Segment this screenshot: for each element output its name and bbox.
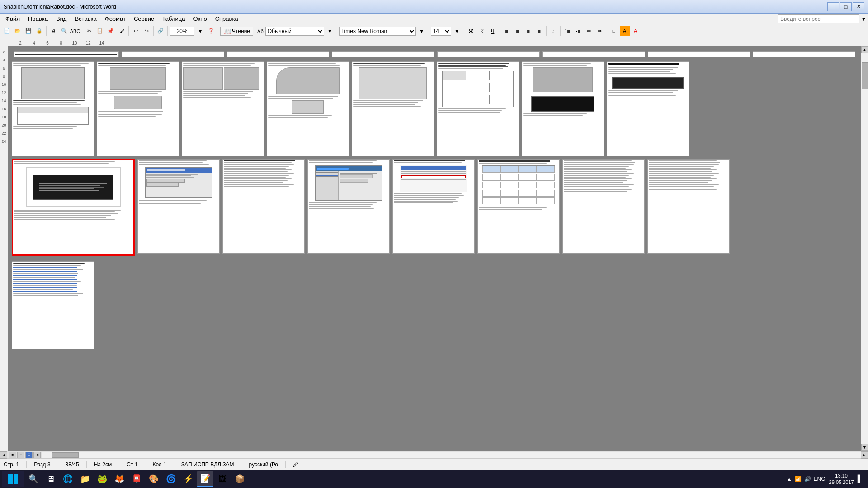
menu-file[interactable]: Файл — [2, 14, 24, 23]
ie-taskbar-button[interactable]: 🌐 — [60, 471, 76, 487]
explorer-taskbar-button[interactable]: 📁 — [77, 471, 93, 487]
font-dropdown[interactable]: ▼ — [417, 26, 427, 36]
menu-insert[interactable]: Вставка — [71, 14, 100, 23]
thumbnail-page-6[interactable] — [437, 61, 519, 156]
system-clock[interactable]: 13:10 29.05.2017 — [829, 473, 854, 486]
app2-taskbar-button[interactable]: ⚡ — [180, 471, 196, 487]
redo-button[interactable]: ↪ — [142, 26, 151, 36]
preview-button[interactable]: 🔍 — [59, 26, 69, 36]
thumbnail-page-7[interactable] — [522, 61, 604, 156]
permission-button[interactable]: 🔒 — [34, 26, 44, 36]
scroll-thumb[interactable] — [862, 62, 868, 89]
thumbnail-page-4[interactable] — [267, 61, 349, 156]
line-spacing[interactable]: ↕ — [548, 26, 558, 36]
scroll-up-button[interactable]: ▲ — [861, 46, 868, 53]
thumbnail-page-3[interactable] — [182, 61, 264, 156]
normal-view-btn[interactable]: ■ — [9, 452, 16, 458]
size-dropdown[interactable]: ▼ — [452, 26, 462, 36]
outline-view-btn[interactable]: ≡ — [17, 452, 24, 458]
print-button[interactable]: 🖨 — [48, 26, 58, 36]
font-select[interactable]: Times New Roman — [339, 27, 416, 36]
thumbnail-page-10[interactable] — [137, 159, 220, 254]
photoshop-taskbar-button[interactable]: 🎨 — [146, 471, 162, 487]
thumbnail-page-9[interactable] — [12, 159, 135, 256]
scroll-down-button[interactable]: ▼ — [861, 444, 868, 451]
3d-app-button[interactable]: 📦 — [231, 471, 248, 487]
vertical-scrollbar[interactable]: ▲ ▼ — [861, 46, 868, 451]
start-button[interactable] — [2, 471, 24, 487]
search-taskbar-button[interactable]: 🔍 — [25, 471, 42, 487]
menu-window[interactable]: Окно — [189, 14, 210, 23]
app1-taskbar-button[interactable]: 🌀 — [163, 471, 179, 487]
mail-taskbar-button[interactable]: 📮 — [128, 471, 145, 487]
align-justify[interactable]: ≡ — [534, 26, 544, 36]
maximize-button[interactable]: □ — [840, 2, 852, 11]
spell-button[interactable]: ABC — [70, 26, 80, 36]
show-desktop-button[interactable]: ▌ — [858, 475, 863, 483]
skype-taskbar-button[interactable]: 🐸 — [94, 471, 110, 487]
reading-button[interactable]: 📖 Чтение — [220, 27, 253, 36]
web-view-btn[interactable]: ◀ — [33, 452, 41, 458]
thumbnail-page-5[interactable] — [352, 61, 434, 156]
format-painter[interactable]: 🖌 — [117, 26, 127, 36]
align-center[interactable]: ≡ — [513, 26, 523, 36]
menu-tools[interactable]: Сервис — [130, 14, 158, 23]
style-dropdown[interactable]: ▼ — [325, 26, 335, 36]
underline-button[interactable]: Ч — [488, 26, 498, 36]
copy-button[interactable]: 📋 — [95, 26, 105, 36]
hyperlink-button[interactable]: 🔗 — [156, 26, 165, 36]
paste-button[interactable]: 📌 — [106, 26, 116, 36]
close-button[interactable]: ✕ — [853, 2, 864, 11]
minimize-button[interactable]: ─ — [827, 2, 839, 11]
undo-button[interactable]: ↩ — [131, 26, 141, 36]
thumbnail-page-1[interactable] — [12, 61, 94, 156]
thumbnail-page-8[interactable] — [607, 61, 689, 156]
yandex-taskbar-button[interactable]: 🦊 — [111, 471, 127, 487]
menu-edit[interactable]: Правка — [24, 14, 52, 23]
thumbnail-page-15[interactable] — [562, 159, 645, 254]
task-view-button[interactable]: 🖥 — [42, 471, 59, 487]
open-button[interactable]: 📂 — [13, 26, 23, 36]
thumbnail-page-13[interactable] — [392, 159, 475, 254]
help-search-input[interactable] — [778, 14, 859, 23]
thumbnail-page-16[interactable] — [647, 159, 730, 254]
print-view-btn[interactable]: ⊞ — [25, 452, 33, 458]
new-button[interactable]: 📄 — [2, 26, 12, 36]
bullets[interactable]: •≡ — [573, 26, 583, 36]
highlight-color[interactable]: A — [620, 26, 630, 36]
thumbnail-page-2[interactable] — [97, 61, 179, 156]
decrease-indent[interactable]: ⇐ — [584, 26, 594, 36]
menu-format[interactable]: Формат — [101, 14, 129, 23]
scroll-right-button[interactable]: ► — [861, 451, 868, 459]
align-right[interactable]: ≡ — [524, 26, 533, 36]
horizontal-scrollbar[interactable]: ◄ ■ ≡ ⊞ ◀ ► — [0, 451, 868, 458]
menu-table[interactable]: Таблица — [158, 14, 189, 23]
style-select[interactable]: Обычный — [265, 27, 324, 36]
italic-button[interactable]: К — [477, 26, 487, 36]
word-taskbar-button[interactable]: 📝 — [197, 471, 213, 487]
save-button[interactable]: 💾 — [24, 26, 33, 36]
font-size-select[interactable]: 14 — [431, 27, 451, 36]
help-dropdown-arrow[interactable]: ▼ — [861, 16, 866, 22]
thumbnail-page-12[interactable] — [307, 159, 390, 254]
image-viewer-button[interactable]: 🖼 — [214, 471, 231, 487]
align-left[interactable]: ≡ — [502, 26, 512, 36]
outside-border[interactable]: □ — [609, 26, 619, 36]
numbering[interactable]: 1≡ — [562, 26, 572, 36]
bold-button[interactable]: Ж — [466, 26, 476, 36]
zoom-help[interactable]: ❓ — [206, 26, 216, 36]
thumbnail-page-11[interactable] — [222, 159, 305, 254]
scroll-left-button[interactable]: ◄ — [0, 451, 7, 459]
tray-arrow[interactable]: ▲ — [787, 476, 792, 482]
thumbnail-page-14[interactable] — [477, 159, 560, 254]
zoom-input[interactable] — [170, 27, 194, 36]
font-color[interactable]: A — [631, 26, 641, 36]
thumbnail-page-17[interactable] — [12, 261, 94, 349]
menu-help[interactable]: Справка — [212, 14, 242, 23]
increase-indent[interactable]: ⇒ — [595, 26, 605, 36]
menu-view[interactable]: Вид — [52, 14, 71, 23]
h-scroll-thumb[interactable] — [52, 452, 79, 458]
zoom-dropdown[interactable]: ▼ — [195, 26, 205, 36]
lang-indicator[interactable]: ENG — [814, 476, 826, 482]
cut-button[interactable]: ✂ — [84, 26, 94, 36]
